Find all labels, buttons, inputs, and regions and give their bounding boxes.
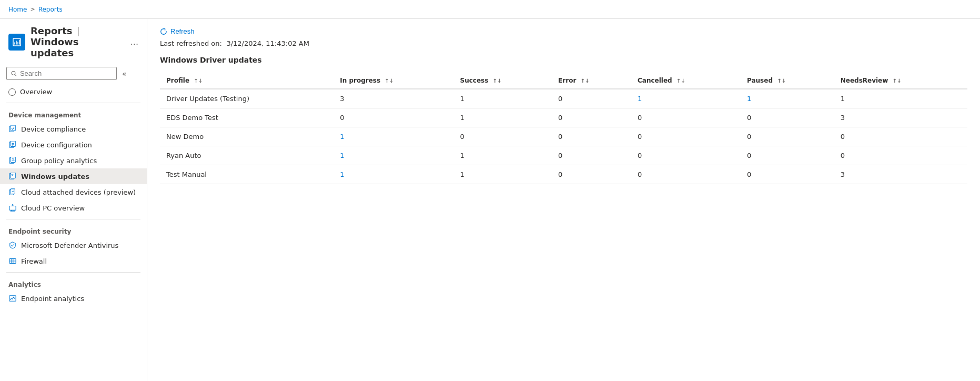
nav-item-windows-updates[interactable]: Windows updates — [0, 168, 147, 184]
refresh-row: Refresh — [160, 27, 967, 35]
table-row: Driver Updates (Testing)310111 — [160, 89, 967, 108]
cell-needs_review: 3 — [834, 108, 967, 127]
collapse-sidebar-btn[interactable]: « — [120, 68, 129, 79]
sort-icon-needs-review: ↑↓ — [893, 78, 902, 84]
nav-windows-updates-label: Windows updates — [21, 173, 89, 181]
nav-device-configuration-label: Device configuration — [21, 141, 92, 149]
table-section-title: Windows Driver updates — [160, 56, 967, 64]
sort-icon-cancelled: ↑↓ — [676, 78, 685, 84]
sort-icon-success: ↑↓ — [493, 78, 502, 84]
sort-icon-profile: ↑↓ — [194, 78, 203, 84]
nav-item-group-policy-analytics[interactable]: Group policy analytics — [0, 153, 147, 168]
more-options-btn[interactable]: ... — [130, 37, 138, 47]
cell-error: 0 — [552, 146, 631, 165]
content-inner: Refresh Last refreshed on: 3/12/2024, 11… — [147, 19, 980, 193]
page-header-icon — [8, 34, 25, 51]
last-refreshed-value: 3/12/2024, 11:43:02 AM — [226, 39, 309, 47]
nav-item-device-configuration[interactable]: Device configuration — [0, 137, 147, 153]
cell-paused: 0 — [741, 165, 834, 184]
cell-in_progress[interactable]: 1 — [334, 165, 453, 184]
overview-icon — [8, 88, 16, 96]
cell-paused: 0 — [741, 108, 834, 127]
cell-error: 0 — [552, 108, 631, 127]
breadcrumb-home[interactable]: Home — [8, 6, 27, 13]
cell-paused: 0 — [741, 127, 834, 146]
firewall-icon — [8, 257, 17, 265]
divider-analytics — [6, 272, 140, 273]
table-row: New Demo100000 — [160, 127, 967, 146]
nav-item-cloud-attached[interactable]: Cloud attached devices (preview) — [0, 184, 147, 200]
cell-profile: Driver Updates (Testing) — [160, 89, 334, 108]
refresh-label: Refresh — [170, 27, 195, 35]
cell-error: 0 — [552, 89, 631, 108]
nav-item-firewall[interactable]: Firewall — [0, 253, 147, 269]
sort-icon-in-progress: ↑↓ — [385, 78, 393, 84]
section-label-device-management: Device management — [0, 106, 147, 121]
defender-icon — [8, 241, 17, 249]
last-refreshed-label: Last refreshed on: — [160, 39, 222, 47]
cell-cancelled[interactable]: 1 — [631, 89, 741, 108]
cell-success: 1 — [454, 146, 552, 165]
section-label-analytics: Analytics — [0, 276, 147, 290]
col-success[interactable]: Success ↑↓ — [454, 73, 552, 89]
top-bar: Home > Reports — [0, 0, 980, 19]
cell-needs_review: 0 — [834, 127, 967, 146]
main-content: Refresh Last refreshed on: 3/12/2024, 11… — [147, 19, 980, 381]
nav-item-microsoft-defender[interactable]: Microsoft Defender Antivirus — [0, 237, 147, 253]
breadcrumb-separator: > — [30, 6, 35, 13]
cell-profile: Ryan Auto — [160, 146, 334, 165]
nav-group-policy-analytics-label: Group policy analytics — [21, 157, 97, 165]
search-box[interactable] — [6, 67, 117, 80]
divider-endpoint-security — [6, 219, 140, 219]
cell-profile: New Demo — [160, 127, 334, 146]
cell-paused[interactable]: 1 — [741, 89, 834, 108]
nav-endpoint-analytics-label: Endpoint analytics — [21, 295, 84, 303]
nav-item-endpoint-analytics[interactable]: Endpoint analytics — [0, 290, 147, 306]
cell-cancelled: 0 — [631, 146, 741, 165]
breadcrumb-current: Reports — [38, 6, 63, 13]
main-layout: Reports | Windows updates ... « Overview… — [0, 19, 980, 381]
col-paused[interactable]: Paused ↑↓ — [741, 73, 834, 89]
cell-in_progress[interactable]: 1 — [334, 127, 453, 146]
svg-line-2 — [15, 74, 16, 76]
windows-updates-icon — [8, 172, 17, 181]
cell-in_progress[interactable]: 1 — [334, 146, 453, 165]
col-in-progress[interactable]: In progress ↑↓ — [334, 73, 453, 89]
nav-item-overview[interactable]: Overview — [0, 84, 147, 99]
table-header: Profile ↑↓ In progress ↑↓ Success ↑↓ E — [160, 73, 967, 89]
col-error[interactable]: Error ↑↓ — [552, 73, 631, 89]
divider-device-management — [6, 103, 140, 103]
endpoint-analytics-icon — [8, 294, 17, 303]
nav-item-device-compliance[interactable]: Device compliance — [0, 121, 147, 137]
col-profile[interactable]: Profile ↑↓ — [160, 73, 334, 89]
windows-driver-table: Profile ↑↓ In progress ↑↓ Success ↑↓ E — [160, 73, 967, 184]
cell-cancelled: 0 — [631, 108, 741, 127]
nav-firewall-label: Firewall — [21, 257, 47, 265]
cell-in_progress: 3 — [334, 89, 453, 108]
col-cancelled[interactable]: Cancelled ↑↓ — [631, 73, 741, 89]
col-needs-review[interactable]: NeedsReview ↑↓ — [834, 73, 967, 89]
table-row: Test Manual110003 — [160, 165, 967, 184]
search-input[interactable] — [20, 69, 112, 77]
cell-needs_review: 0 — [834, 146, 967, 165]
title-separator: | — [77, 25, 80, 36]
search-container: « — [0, 63, 147, 84]
device-configuration-icon — [8, 141, 17, 149]
nav-cloud-pc-overview-label: Cloud PC overview — [21, 204, 85, 212]
search-icon — [11, 71, 17, 77]
sort-icon-paused: ↑↓ — [777, 78, 786, 84]
cloud-attached-icon — [8, 188, 17, 196]
nav-device-compliance-label: Device compliance — [21, 125, 86, 133]
cloud-pc-icon — [8, 204, 17, 212]
last-refreshed-row: Last refreshed on: 3/12/2024, 11:43:02 A… — [160, 39, 967, 47]
nav-item-cloud-pc-overview[interactable]: Cloud PC overview — [0, 200, 147, 216]
table-row: Ryan Auto110000 — [160, 146, 967, 165]
cell-in_progress: 0 — [334, 108, 453, 127]
cell-profile: EDS Demo Test — [160, 108, 334, 127]
svg-rect-17 — [9, 206, 16, 210]
sidebar: Reports | Windows updates ... « Overview… — [0, 19, 147, 381]
refresh-button[interactable]: Refresh — [160, 27, 195, 35]
cell-profile: Test Manual — [160, 165, 334, 184]
nav-overview-label: Overview — [20, 88, 52, 96]
cell-success: 1 — [454, 165, 552, 184]
